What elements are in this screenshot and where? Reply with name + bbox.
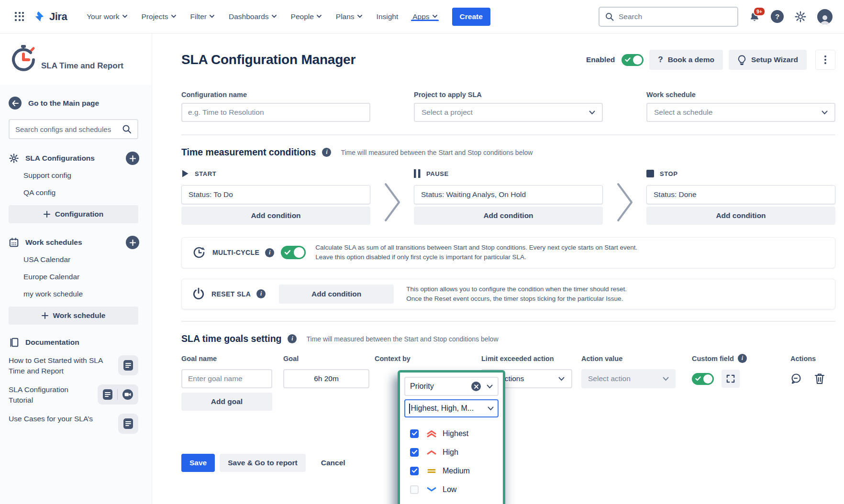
help-button[interactable]: ? bbox=[771, 10, 784, 23]
doc-item-get-started[interactable]: How to Get Started with SLA Time and Rep… bbox=[9, 355, 138, 377]
arrow-separator bbox=[370, 168, 414, 222]
notifications-button[interactable]: 9+ bbox=[749, 11, 760, 22]
nav-item-insight[interactable]: Insight bbox=[370, 12, 405, 21]
global-search[interactable] bbox=[599, 7, 738, 27]
section-title: Documentation bbox=[25, 338, 79, 347]
sidebar: SLA Time and Report Go to the Main page … bbox=[0, 33, 152, 504]
add-configuration-button[interactable]: Configuration bbox=[9, 205, 138, 223]
nav-item-apps[interactable]: Apps bbox=[406, 12, 443, 21]
multi-cycle-icon bbox=[192, 246, 206, 259]
comment-icon bbox=[790, 373, 802, 384]
info-icon[interactable]: i bbox=[256, 289, 266, 298]
plus-icon bbox=[42, 312, 48, 319]
priority-option-highest[interactable]: Highest bbox=[404, 424, 499, 443]
back-to-main-link[interactable]: Go to the Main page bbox=[9, 97, 143, 110]
sidebar-item-europe-calendar[interactable]: Europe Calendar bbox=[0, 268, 152, 285]
priority-option-medium[interactable]: Medium bbox=[404, 461, 499, 480]
nav-item-people[interactable]: People bbox=[285, 12, 328, 21]
checkbox[interactable] bbox=[410, 448, 419, 457]
chevron-down-icon bbox=[357, 15, 362, 18]
section-divider bbox=[181, 321, 835, 322]
stop-status-value[interactable]: Status: Done bbox=[646, 185, 835, 204]
reset-add-condition-button[interactable]: Add condition bbox=[279, 285, 394, 304]
section-title: Time measurement conditions bbox=[181, 147, 316, 158]
priority-option-lowest[interactable]: Lowest bbox=[404, 499, 499, 504]
project-select[interactable]: Select a project bbox=[414, 103, 603, 122]
add-work-schedule-button[interactable] bbox=[126, 236, 139, 249]
goal-name-input[interactable] bbox=[181, 369, 272, 388]
info-icon[interactable]: i bbox=[265, 248, 274, 257]
checkbox[interactable] bbox=[410, 485, 419, 494]
book-demo-button[interactable]: ? Book a demo bbox=[649, 50, 723, 70]
section-title: SLA time goals setting bbox=[181, 333, 281, 344]
comment-action-button[interactable] bbox=[790, 373, 802, 384]
pause-condition-column: PAUSE Status: Waiting Analys, On Hold Ad… bbox=[414, 168, 603, 225]
clear-icon[interactable] bbox=[471, 382, 481, 391]
priority-filter-input[interactable]: Highest, High, M... bbox=[404, 399, 499, 417]
nav-item-plans[interactable]: Plans bbox=[330, 12, 368, 21]
profile-button[interactable] bbox=[817, 9, 833, 24]
sidebar-item-my-work-schedule[interactable]: my work schedule bbox=[0, 285, 152, 303]
nav-item-filter[interactable]: Filter bbox=[184, 12, 221, 21]
priority-option-low[interactable]: Low bbox=[404, 480, 499, 499]
doc-badge[interactable] bbox=[118, 414, 138, 434]
checkbox[interactable] bbox=[410, 429, 419, 438]
expand-button[interactable] bbox=[722, 370, 740, 388]
save-and-go-button[interactable]: Save & Go to report bbox=[220, 454, 306, 472]
work-schedule-field: Work schedule Select a schedule bbox=[646, 91, 835, 122]
custom-field-toggle[interactable] bbox=[692, 373, 714, 385]
app-switcher-icon[interactable] bbox=[11, 9, 28, 25]
create-button[interactable]: Create bbox=[452, 8, 490, 26]
start-add-condition-button[interactable]: Add condition bbox=[181, 207, 370, 225]
pause-add-condition-button[interactable]: Add condition bbox=[414, 207, 603, 225]
nav-item-projects[interactable]: Projects bbox=[135, 12, 182, 21]
cancel-button[interactable]: Cancel bbox=[321, 459, 345, 467]
sidebar-search[interactable] bbox=[9, 119, 138, 139]
checkbox[interactable] bbox=[410, 467, 419, 475]
kebab-icon bbox=[824, 55, 826, 57]
action-value-select[interactable]: Select action bbox=[581, 369, 676, 388]
goal-value-input[interactable] bbox=[283, 369, 369, 388]
enabled-toggle[interactable] bbox=[622, 54, 644, 66]
stop-icon bbox=[646, 170, 654, 177]
conditions-row: START Status: To Do Add condition PAUSE … bbox=[181, 168, 835, 225]
nav-item-dashboards[interactable]: Dashboards bbox=[222, 12, 283, 21]
reset-sla-card: RESET SLA i Add condition This option al… bbox=[181, 279, 835, 310]
chevron-down-icon bbox=[122, 15, 127, 18]
info-icon[interactable]: i bbox=[322, 148, 331, 157]
delete-goal-button[interactable] bbox=[814, 373, 825, 384]
plus-icon bbox=[130, 155, 136, 162]
sidebar-item-qa-config[interactable]: QA config bbox=[0, 184, 152, 201]
priority-option-high[interactable]: High bbox=[404, 443, 499, 461]
nav-item-your-work[interactable]: Your work bbox=[80, 12, 133, 21]
configuration-name-input[interactable] bbox=[181, 103, 370, 122]
context-by-select[interactable]: Priority bbox=[404, 377, 499, 396]
pause-status-value[interactable]: Status: Waiting Analys, On Hold bbox=[414, 185, 603, 204]
add-sla-config-button[interactable] bbox=[126, 152, 139, 165]
stop-add-condition-button[interactable]: Add condition bbox=[646, 207, 835, 225]
sidebar-item-support-config[interactable]: Support config bbox=[0, 167, 152, 184]
stopwatch-logo-icon bbox=[10, 44, 37, 73]
add-work-schedule-list-button[interactable]: Work schedule bbox=[9, 307, 138, 325]
priority-low-icon bbox=[426, 487, 437, 492]
setup-wizard-button[interactable]: Setup Wizard bbox=[729, 50, 807, 70]
multi-cycle-toggle[interactable] bbox=[281, 246, 306, 259]
settings-button[interactable] bbox=[794, 11, 807, 23]
doc-badge-group[interactable] bbox=[98, 384, 138, 405]
add-goal-button[interactable]: Add goal bbox=[181, 393, 272, 411]
doc-item-config-tutorial[interactable]: SLA Configuration Tutorial bbox=[9, 384, 138, 406]
divider bbox=[117, 389, 118, 400]
sidebar-search-input[interactable] bbox=[15, 125, 122, 133]
chevron-down-icon bbox=[663, 377, 669, 381]
search-input[interactable] bbox=[619, 12, 732, 21]
work-schedule-select[interactable]: Select a schedule bbox=[646, 103, 835, 122]
doc-badge[interactable] bbox=[118, 355, 138, 375]
jira-logo[interactable]: Jira bbox=[33, 10, 67, 23]
save-button[interactable]: Save bbox=[181, 454, 215, 472]
info-icon[interactable]: i bbox=[288, 334, 297, 343]
more-options-button[interactable] bbox=[815, 50, 835, 70]
sidebar-item-usa-calendar[interactable]: USA Calendar bbox=[0, 251, 152, 268]
start-status-value[interactable]: Status: To Do bbox=[181, 185, 370, 204]
doc-item-use-cases[interactable]: Use Cases for your SLA’s bbox=[9, 414, 138, 434]
info-icon[interactable]: i bbox=[738, 354, 747, 363]
